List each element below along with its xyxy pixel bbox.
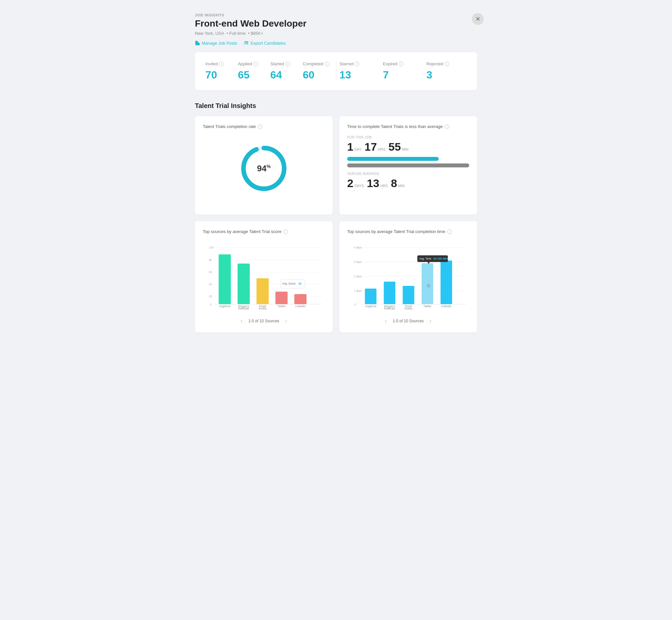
bar-time-angellist bbox=[365, 289, 376, 304]
close-icon: ✕ bbox=[475, 15, 481, 23]
rejected-info-icon[interactable]: i bbox=[445, 62, 449, 66]
bar-time-email bbox=[403, 286, 414, 304]
expired-info-icon[interactable]: i bbox=[399, 62, 403, 66]
job-meta: New York, USA • Full-time • $85K+ bbox=[195, 31, 477, 36]
time-card-info-icon[interactable]: i bbox=[445, 124, 449, 129]
svg-text:Invites: Invites bbox=[405, 307, 412, 310]
svg-point-1 bbox=[247, 41, 248, 43]
manage-job-posts-link[interactable]: Manage Job Posts bbox=[195, 40, 237, 46]
time-section: FOR THIS JOB 1 DAY 17 HRS 55 MIN VERVOE … bbox=[347, 136, 469, 189]
talent-trial-section-title: Talent Trial Insights bbox=[195, 102, 477, 110]
bar-linkedin bbox=[294, 294, 306, 304]
svg-text:40: 40 bbox=[209, 282, 212, 286]
svg-text:Avg. Score: Avg. Score bbox=[282, 282, 296, 285]
avg-time-display: 2 DAYS 13 HRS 8 MIN bbox=[347, 177, 469, 189]
svg-text:60: 60 bbox=[209, 270, 212, 274]
job-time-display: 1 DAY 17 HRS 55 MIN bbox=[347, 141, 469, 152]
completion-rate-title: Talent Trials completion rate i bbox=[203, 124, 325, 129]
starred-info-icon[interactable]: i bbox=[355, 62, 359, 66]
svg-text:100: 100 bbox=[209, 246, 214, 249]
job-title: Front-end Web Developer bbox=[195, 18, 477, 29]
svg-text:Linkedin: Linkedin bbox=[295, 305, 305, 308]
job-insights-label: JOB INSIGHTS bbox=[195, 13, 477, 17]
donut-chart: 94% bbox=[237, 142, 290, 195]
svg-text:Invites: Invites bbox=[259, 307, 267, 310]
bar-time-linkedin bbox=[441, 261, 452, 304]
bar-angellist bbox=[219, 254, 231, 304]
export-candidates-link[interactable]: Export Candidates bbox=[244, 40, 286, 46]
progress-bars bbox=[347, 157, 469, 167]
svg-text:↖: ↖ bbox=[301, 293, 303, 296]
vervoe-avg-section: VERVOE AVERAGE 2 DAYS 13 HRS 8 MIN bbox=[347, 172, 469, 189]
top-time-title: Top sources by average Talent Trial comp… bbox=[347, 229, 469, 234]
invited-info-icon[interactable]: i bbox=[219, 62, 224, 66]
score-prev-btn[interactable]: ‹ bbox=[238, 317, 244, 325]
avg-progress-bar bbox=[347, 163, 469, 167]
stat-invited: Invited i 70 bbox=[206, 61, 235, 81]
time-next-btn[interactable]: › bbox=[428, 317, 433, 325]
bar-time-twitter bbox=[422, 263, 433, 304]
donut-label: 94% bbox=[257, 163, 270, 174]
svg-text:AngelList: AngelList bbox=[365, 305, 376, 308]
svg-text:Avg. Time: Avg. Time bbox=[419, 257, 431, 260]
top-time-info-icon[interactable]: i bbox=[447, 229, 452, 234]
score-next-btn[interactable]: › bbox=[283, 317, 289, 325]
svg-text:2d 15h 30m: 2d 15h 30m bbox=[433, 257, 448, 260]
job-progress-bar bbox=[347, 157, 439, 161]
svg-text:0: 0 bbox=[354, 303, 356, 306]
bar-twitter bbox=[275, 292, 287, 304]
svg-text:Linkedin: Linkedin bbox=[441, 305, 451, 308]
stat-expired: Expired i 7 bbox=[380, 61, 423, 81]
stat-completed: Completed i 60 bbox=[299, 61, 333, 81]
svg-text:18: 18 bbox=[298, 282, 301, 285]
time-chart-area: 4 days 3 days 2 days 1 days 0 bbox=[347, 241, 469, 313]
started-info-icon[interactable]: i bbox=[285, 62, 290, 66]
svg-text:20: 20 bbox=[209, 295, 212, 298]
secondary-stats: Starred i 13 Expired i 7 Rejected i 3 bbox=[340, 61, 467, 81]
close-button[interactable]: ✕ bbox=[472, 13, 484, 25]
vervoe-avg-label: VERVOE AVERAGE bbox=[347, 172, 469, 175]
time-prev-btn[interactable]: ‹ bbox=[383, 317, 389, 325]
time-chart-svg: 4 days 3 days 2 days 1 days 0 bbox=[347, 241, 469, 313]
svg-text:AngelList: AngelList bbox=[219, 305, 231, 308]
actions-bar: Manage Job Posts Export Candidates bbox=[195, 40, 477, 46]
svg-text:3 days: 3 days bbox=[354, 260, 362, 264]
svg-text:4 days: 4 days bbox=[354, 246, 362, 249]
completion-rate-info-icon[interactable]: i bbox=[258, 124, 263, 129]
svg-text:1 days: 1 days bbox=[354, 289, 362, 293]
export-icon bbox=[244, 40, 249, 46]
time-card-title: Time to complete Talent Trials is less t… bbox=[347, 124, 469, 129]
svg-text:Refferals: Refferals bbox=[384, 307, 395, 310]
applied-info-icon[interactable]: i bbox=[253, 62, 258, 66]
stat-rejected: Rejected i 3 bbox=[423, 61, 467, 81]
stat-starred: Starred i 13 bbox=[340, 61, 380, 81]
score-chart-svg: 100 80 60 40 20 0 bbox=[203, 241, 325, 313]
time-card: Time to complete Talent Trials is less t… bbox=[339, 116, 477, 215]
completed-info-icon[interactable]: i bbox=[325, 62, 329, 66]
bar-morgans bbox=[237, 264, 250, 304]
top-score-info-icon[interactable]: i bbox=[283, 229, 288, 234]
bar-time-morgans bbox=[384, 281, 395, 304]
link-icon bbox=[195, 40, 200, 46]
svg-text:Twitter: Twitter bbox=[423, 305, 432, 308]
insights-grid: Talent Trials completion rate i 94% bbox=[195, 116, 477, 332]
donut-chart-container: 94% bbox=[203, 136, 325, 201]
stat-applied: Applied i 65 bbox=[235, 61, 267, 81]
bar-email bbox=[257, 278, 269, 304]
svg-point-0 bbox=[245, 41, 246, 43]
svg-text:Refferals: Refferals bbox=[238, 307, 249, 310]
for-this-job-label: FOR THIS JOB bbox=[347, 136, 469, 139]
stats-card: Invited i 70 Applied i 65 Started i 64 bbox=[195, 52, 477, 90]
score-chart-area: 100 80 60 40 20 0 bbox=[203, 241, 325, 313]
svg-text:Twitter: Twitter bbox=[278, 305, 286, 308]
score-chart-pagination: ‹ 1-5 of 10 Sources › bbox=[203, 317, 325, 325]
top-score-card: Top sources by average Talent Trial scor… bbox=[195, 221, 333, 332]
svg-text:80: 80 bbox=[209, 258, 212, 262]
time-chart-pagination: ‹ 1-5 of 10 Sources › bbox=[347, 317, 469, 325]
svg-text:2 days: 2 days bbox=[354, 275, 362, 278]
stats-divider bbox=[336, 61, 336, 81]
top-score-title: Top sources by average Talent Trial scor… bbox=[203, 229, 325, 234]
completion-rate-card: Talent Trials completion rate i 94% bbox=[195, 116, 333, 215]
svg-text:0: 0 bbox=[210, 303, 212, 306]
primary-stats: Invited i 70 Applied i 65 Started i 64 bbox=[206, 61, 333, 81]
